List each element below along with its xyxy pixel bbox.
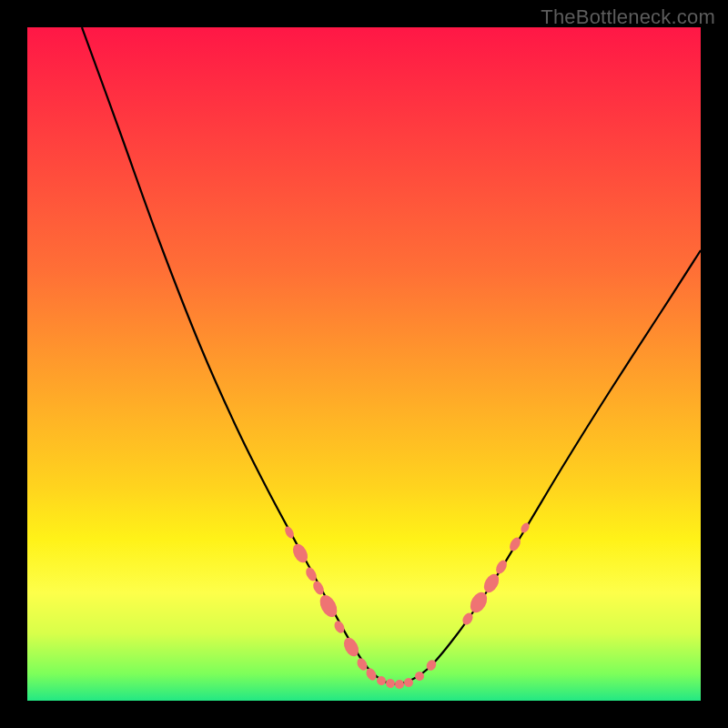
highlight-bead xyxy=(290,541,311,565)
bottleneck-curve xyxy=(82,27,701,684)
highlight-bead xyxy=(364,666,378,682)
watermark-text: TheBottleneck.com xyxy=(541,5,715,29)
highlight-beads-group xyxy=(283,521,531,690)
highlight-bead xyxy=(355,656,369,672)
plot-area xyxy=(27,27,701,701)
highlight-bead xyxy=(480,571,501,595)
chart-svg xyxy=(27,27,701,701)
highlight-bead xyxy=(395,680,404,689)
highlight-bead xyxy=(384,677,397,690)
